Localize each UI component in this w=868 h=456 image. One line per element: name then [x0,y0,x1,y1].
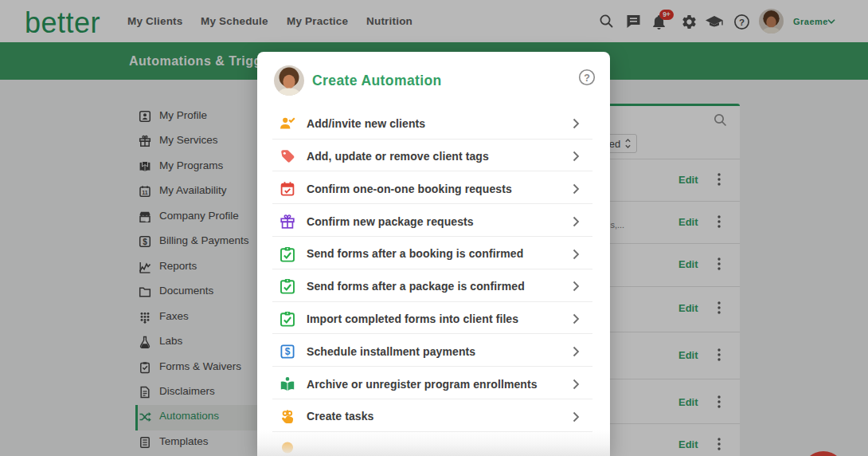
svg-text:$: $ [285,346,291,357]
svg-text:?: ? [584,73,590,84]
